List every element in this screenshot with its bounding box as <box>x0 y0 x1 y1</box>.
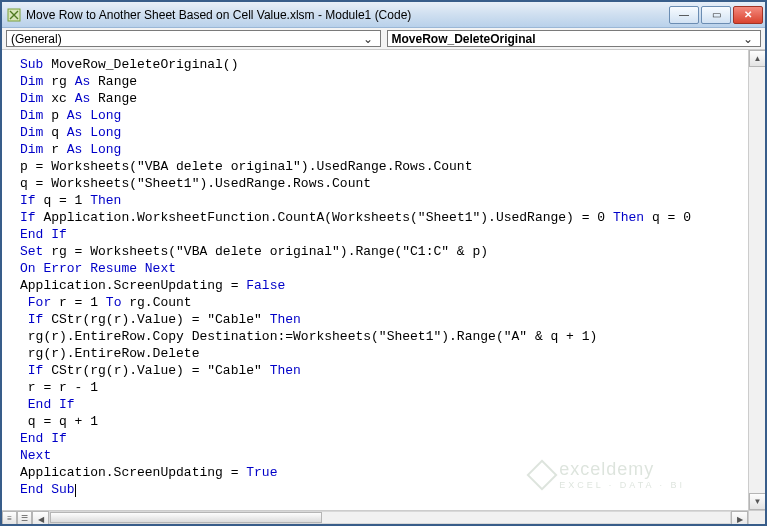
scroll-track[interactable] <box>749 67 765 493</box>
horizontal-scrollbar[interactable]: ◀ ▶ <box>32 511 748 524</box>
code-line[interactable]: End Sub <box>20 481 746 498</box>
code-line[interactable]: rg(r).EntireRow.Delete <box>20 345 746 362</box>
bottom-bar: ≡ ☰ ◀ ▶ <box>2 510 765 524</box>
code-line[interactable]: Next <box>20 447 746 464</box>
code-line[interactable]: Dim r As Long <box>20 141 746 158</box>
code-line[interactable]: End If <box>20 226 746 243</box>
code-line[interactable]: Set rg = Worksheets("VBA delete original… <box>20 243 746 260</box>
title-bar: Move Row to Another Sheet Based on Cell … <box>2 2 765 28</box>
procedure-view-button[interactable]: ≡ <box>2 511 17 525</box>
code-line[interactable]: On Error Resume Next <box>20 260 746 277</box>
code-line[interactable]: r = r - 1 <box>20 379 746 396</box>
chevron-down-icon: ⌄ <box>740 32 756 46</box>
code-line[interactable]: If Application.WorksheetFunction.CountA(… <box>20 209 746 226</box>
code-line[interactable]: Sub MoveRow_DeleteOriginal() <box>20 56 746 73</box>
code-line[interactable]: End If <box>20 396 746 413</box>
code-line[interactable]: Dim xc As Range <box>20 90 746 107</box>
code-line[interactable]: If q = 1 Then <box>20 192 746 209</box>
minimize-button[interactable]: ― <box>669 6 699 24</box>
window-buttons: ― ▭ ✕ <box>669 6 765 24</box>
code-line[interactable]: Application.ScreenUpdating = False <box>20 277 746 294</box>
code-line[interactable]: If CStr(rg(r).Value) = "Cable" Then <box>20 311 746 328</box>
code-line[interactable]: p = Worksheets("VBA delete original").Us… <box>20 158 746 175</box>
scroll-right-arrow-icon[interactable]: ▶ <box>731 511 748 526</box>
chevron-down-icon: ⌄ <box>360 32 376 46</box>
maximize-button[interactable]: ▭ <box>701 6 731 24</box>
full-module-view-button[interactable]: ☰ <box>17 511 32 525</box>
code-line[interactable]: Dim q As Long <box>20 124 746 141</box>
code-line[interactable]: Dim p As Long <box>20 107 746 124</box>
dropdown-row: (General) ⌄ MoveRow_DeleteOriginal ⌄ <box>2 28 765 50</box>
code-line[interactable]: Dim rg As Range <box>20 73 746 90</box>
code-area: Sub MoveRow_DeleteOriginal()Dim rg As Ra… <box>2 50 765 510</box>
code-line[interactable]: q = Worksheets("Sheet1").UsedRange.Rows.… <box>20 175 746 192</box>
scroll-left-arrow-icon[interactable]: ◀ <box>32 511 49 526</box>
code-line[interactable]: For r = 1 To rg.Count <box>20 294 746 311</box>
object-combo[interactable]: (General) ⌄ <box>6 30 381 47</box>
code-line[interactable]: End If <box>20 430 746 447</box>
object-combo-value: (General) <box>11 32 62 46</box>
window-title: Move Row to Another Sheet Based on Cell … <box>26 8 411 22</box>
procedure-combo-value: MoveRow_DeleteOriginal <box>392 32 536 46</box>
code-line[interactable]: rg(r).EntireRow.Copy Destination:=Worksh… <box>20 328 746 345</box>
scroll-down-arrow-icon[interactable]: ▼ <box>749 493 765 510</box>
code-line[interactable]: Application.ScreenUpdating = True <box>20 464 746 481</box>
vertical-scrollbar[interactable]: ▲ ▼ <box>748 50 765 510</box>
scroll-thumb[interactable] <box>50 512 322 523</box>
code-line[interactable]: If CStr(rg(r).Value) = "Cable" Then <box>20 362 746 379</box>
code-line[interactable]: q = q + 1 <box>20 413 746 430</box>
scroll-track-h[interactable] <box>49 511 731 524</box>
view-mode-buttons: ≡ ☰ <box>2 511 32 524</box>
app-icon <box>6 7 22 23</box>
scroll-up-arrow-icon[interactable]: ▲ <box>749 50 765 67</box>
code-body[interactable]: Sub MoveRow_DeleteOriginal()Dim rg As Ra… <box>2 50 748 510</box>
procedure-combo[interactable]: MoveRow_DeleteOriginal ⌄ <box>387 30 762 47</box>
scroll-corner <box>748 511 765 524</box>
close-button[interactable]: ✕ <box>733 6 763 24</box>
